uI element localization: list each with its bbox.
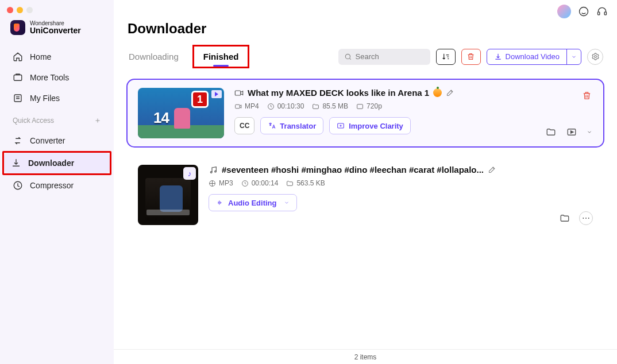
svg-rect-11 [357, 104, 363, 109]
sidebar-item-label: More Tools [30, 73, 69, 82]
clock-icon [267, 103, 275, 110]
converter-icon [13, 135, 23, 146]
more-dropdown-icon[interactable] [586, 126, 593, 138]
toolbar: Downloading Finished [114, 45, 617, 68]
item-format: MP3 [219, 179, 233, 187]
download-item[interactable]: 1 14 What my MAXED DECK looks like in Ar… [126, 79, 604, 148]
svg-rect-9 [236, 104, 240, 109]
user-avatar-icon[interactable] [557, 5, 571, 18]
window-traffic-lights [0, 6, 114, 19]
quick-access-label: Quick Access [0, 111, 114, 128]
sort-button[interactable] [436, 49, 456, 65]
format-icon [234, 103, 242, 110]
download-item[interactable]: ♪ #seventeen #hoshi #minghao #dino #leec… [126, 156, 604, 234]
downloads-list: 1 14 What my MAXED DECK looks like in Ar… [114, 68, 617, 349]
minimize-window-icon[interactable] [17, 7, 23, 13]
close-window-icon[interactable] [7, 7, 13, 13]
waveform-icon [216, 199, 224, 207]
sort-icon [441, 52, 450, 61]
cc-badge[interactable]: CC [234, 117, 254, 134]
svg-rect-4 [598, 12, 600, 15]
svg-point-6 [345, 54, 350, 59]
search-box[interactable] [338, 49, 430, 65]
svg-rect-1 [14, 95, 21, 102]
item-size: 85.5 MB [322, 102, 348, 110]
compressor-icon [13, 180, 23, 191]
support-headset-icon[interactable] [596, 6, 608, 17]
resolution-icon [356, 103, 364, 110]
open-folder-button[interactable] [545, 126, 557, 138]
trash-icon [466, 52, 475, 61]
download-video-label: Download Video [506, 52, 560, 61]
chevron-down-icon [284, 200, 290, 206]
clock-icon [241, 180, 249, 187]
settings-button[interactable] [587, 49, 603, 65]
item-duration: 00:10:30 [277, 102, 304, 110]
delete-item-button[interactable] [580, 89, 593, 102]
add-quick-access-icon[interactable] [94, 117, 101, 124]
more-tools-icon [13, 72, 23, 83]
item-size: 563.5 KB [296, 179, 325, 187]
sidebar-item-label: Compressor [30, 181, 74, 190]
audio-type-icon [209, 165, 218, 175]
main-nav: Home More Tools My Files [0, 44, 114, 111]
sidebar-item-my-files[interactable]: My Files [6, 88, 108, 109]
gear-icon [591, 52, 600, 61]
item-title: What my MAXED DECK looks like in Arena 1 [248, 88, 429, 98]
edit-title-icon[interactable] [446, 88, 454, 97]
download-video-dropdown[interactable] [566, 49, 581, 64]
tab-downloading[interactable]: Downloading [128, 48, 180, 65]
quick-access-nav: Converter Downloader Compressor [0, 128, 114, 198]
sidebar-item-label: Downloader [28, 158, 74, 168]
item-duration: 00:00:14 [252, 179, 279, 187]
video-type-icon [234, 88, 244, 98]
music-note-icon: ♪ [183, 167, 196, 180]
svg-point-7 [594, 56, 596, 58]
svg-rect-0 [14, 75, 22, 81]
svg-rect-5 [604, 12, 606, 15]
folder-icon [312, 103, 319, 110]
translator-button[interactable]: Translator [260, 117, 323, 134]
search-input[interactable] [356, 52, 413, 61]
sidebar-item-compressor[interactable]: Compressor [6, 175, 108, 196]
feedback-icon[interactable] [578, 6, 589, 17]
brand: Wondershare UniConverter [0, 19, 114, 44]
sidebar-item-home[interactable]: Home [6, 47, 108, 67]
sidebar-item-more-tools[interactable]: More Tools [6, 67, 108, 88]
more-options-button[interactable]: ⋯ [579, 211, 593, 225]
sidebar-item-converter[interactable]: Converter [6, 130, 108, 151]
play-overlay-icon [211, 90, 222, 98]
open-folder-button[interactable] [558, 212, 571, 224]
download-video-button[interactable]: Download Video [487, 49, 581, 65]
delete-all-button[interactable] [461, 49, 481, 65]
translate-icon [268, 122, 276, 130]
format-icon [209, 180, 216, 187]
main-content: Downloader Downloading Finished [114, 0, 617, 364]
my-files-icon [13, 93, 23, 103]
home-icon [13, 52, 23, 62]
status-bar: 2 items [114, 349, 617, 364]
play-video-button[interactable] [565, 126, 578, 138]
sidebar-item-label: My Files [30, 94, 60, 103]
edit-title-icon[interactable] [488, 165, 496, 174]
audio-editing-button[interactable]: Audio Editing [209, 194, 297, 211]
svg-point-15 [215, 171, 217, 172]
item-extra: 720p [367, 102, 382, 110]
svg-point-14 [210, 171, 212, 173]
audio-thumbnail[interactable]: ♪ [138, 165, 198, 225]
sidebar: Wondershare UniConverter Home More Tools [0, 0, 114, 364]
tab-finished[interactable]: Finished [202, 48, 240, 65]
improve-clarity-button[interactable]: Improve Clarity [329, 117, 411, 134]
brand-line2: UniConverter [30, 26, 81, 35]
folder-icon [286, 180, 294, 187]
svg-rect-8 [235, 91, 240, 95]
item-count: 2 items [354, 353, 377, 361]
video-thumbnail[interactable]: 1 14 [138, 88, 224, 138]
item-title: #seventeen #hoshi #minghao #dino #leecha… [222, 165, 484, 175]
search-icon [344, 53, 352, 61]
downloader-icon [11, 158, 21, 168]
emoji-tangerine-icon [433, 88, 442, 97]
download-icon [494, 53, 502, 61]
sidebar-item-downloader[interactable]: Downloader [4, 153, 110, 173]
maximize-window-icon[interactable] [26, 7, 33, 13]
